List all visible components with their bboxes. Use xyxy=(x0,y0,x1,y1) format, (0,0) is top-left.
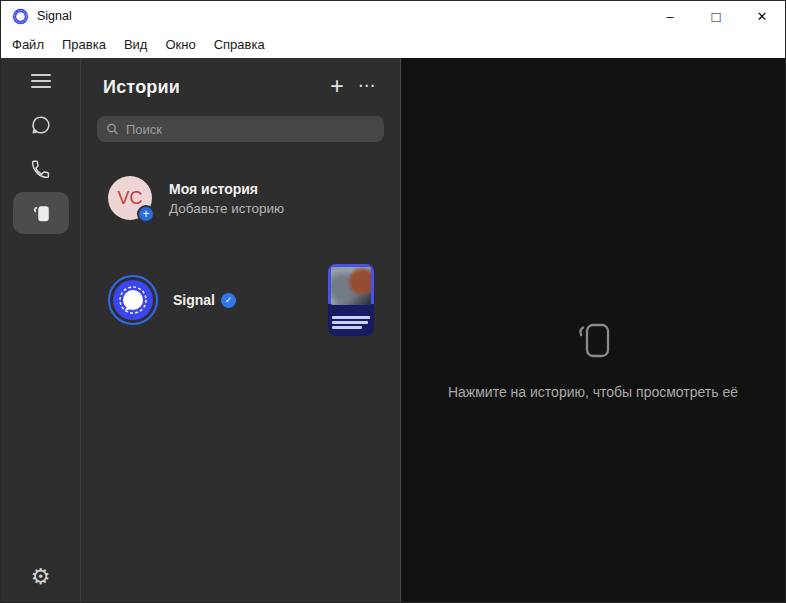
my-story-text: Моя история Добавьте историю xyxy=(169,181,284,216)
menu-edit[interactable]: Правка xyxy=(53,37,115,52)
verified-badge-icon: ✓ xyxy=(221,293,236,308)
chats-tab[interactable] xyxy=(13,104,69,146)
story-row[interactable]: Signal ✓ xyxy=(81,264,400,336)
empty-state-message: Нажмите на историю, чтобы просмотреть её xyxy=(448,384,738,400)
menu-help[interactable]: Справка xyxy=(205,37,274,52)
phone-icon xyxy=(30,159,51,180)
search-icon xyxy=(106,122,119,136)
my-story-title: Моя история xyxy=(169,181,284,197)
story-viewer-area: Нажмите на историю, чтобы просмотреть её xyxy=(401,58,785,602)
plus-icon: + xyxy=(330,73,343,100)
ellipsis-icon: ⋯ xyxy=(358,75,376,96)
stories-tab[interactable] xyxy=(13,192,69,234)
more-options-button[interactable]: ⋯ xyxy=(352,73,382,101)
gear-icon: ⚙ xyxy=(31,564,51,589)
signal-avatar-icon xyxy=(113,280,153,320)
story-sender: Signal ✓ xyxy=(173,292,236,308)
story-thumbnail-photo xyxy=(331,267,371,305)
add-story-button[interactable]: + xyxy=(322,73,352,101)
search-box[interactable] xyxy=(97,116,384,142)
unread-story-ring xyxy=(108,275,158,325)
stories-header: Истории + ⋯ xyxy=(81,58,400,101)
menu-view[interactable]: Вид xyxy=(115,37,157,52)
minimize-button[interactable]: – xyxy=(647,1,693,31)
my-story-row[interactable]: VC + Моя история Добавьте историю xyxy=(81,176,400,220)
menu-bar: Файл Правка Вид Окно Справка xyxy=(1,31,785,58)
signal-logo-icon xyxy=(12,8,29,25)
content-area: ⚙ Истории + ⋯ xyxy=(1,58,785,602)
menu-file[interactable]: Файл xyxy=(3,37,53,52)
nav-rail: ⚙ xyxy=(1,58,81,602)
my-story-subtitle: Добавьте историю xyxy=(169,201,284,216)
empty-state: Нажмите на историю, чтобы просмотреть её xyxy=(448,317,738,400)
story-thumbnail[interactable] xyxy=(328,264,374,336)
window-controls: – □ ✕ xyxy=(647,1,785,31)
chat-bubble-icon xyxy=(30,114,52,136)
menu-icon xyxy=(31,74,51,88)
main-menu-button[interactable] xyxy=(13,60,69,102)
stories-icon xyxy=(30,202,52,224)
panel-title: Истории xyxy=(103,77,322,98)
menu-window[interactable]: Окно xyxy=(156,37,204,52)
search-input[interactable] xyxy=(126,122,375,137)
story-thumbnail-caption xyxy=(332,314,370,329)
my-story-avatar[interactable]: VC + xyxy=(108,176,152,220)
title-bar[interactable]: Signal – □ ✕ xyxy=(1,1,785,31)
avatar-initials: VC xyxy=(117,188,142,209)
signal-window: Signal – □ ✕ Файл Правка Вид Окно Справк… xyxy=(0,0,786,603)
stories-placeholder-icon xyxy=(570,317,616,363)
add-story-badge-icon[interactable]: + xyxy=(137,205,155,223)
story-sender-name: Signal xyxy=(173,292,215,308)
close-button[interactable]: ✕ xyxy=(739,1,785,31)
calls-tab[interactable] xyxy=(13,148,69,190)
settings-button[interactable]: ⚙ xyxy=(31,566,51,588)
window-title: Signal xyxy=(37,9,72,23)
stories-panel: Истории + ⋯ VC + xyxy=(81,58,401,602)
maximize-button[interactable]: □ xyxy=(693,1,739,31)
